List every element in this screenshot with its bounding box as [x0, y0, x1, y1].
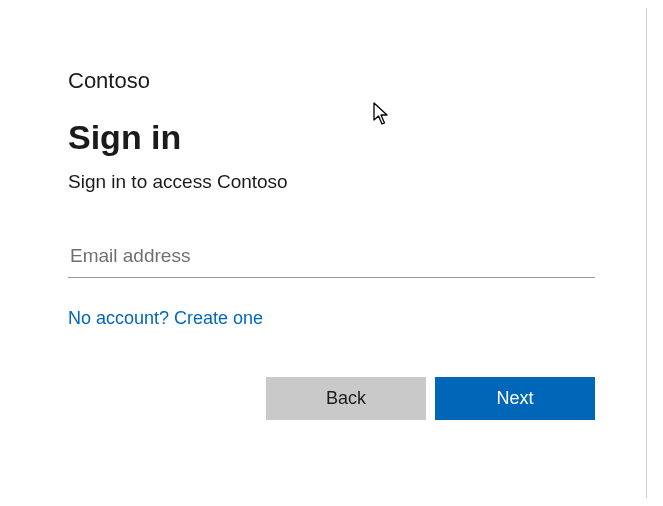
next-button[interactable]: Next [435, 377, 595, 420]
signin-panel: Contoso Sign in Sign in to access Contos… [0, 0, 663, 420]
back-button[interactable]: Back [266, 377, 426, 420]
page-title: Sign in [68, 118, 595, 157]
right-divider [646, 8, 647, 498]
button-row: Back Next [68, 377, 595, 420]
email-field[interactable] [68, 241, 595, 278]
page-subtitle: Sign in to access Contoso [68, 171, 595, 193]
brand-label: Contoso [68, 68, 595, 94]
create-account-link[interactable]: No account? Create one [68, 308, 263, 329]
